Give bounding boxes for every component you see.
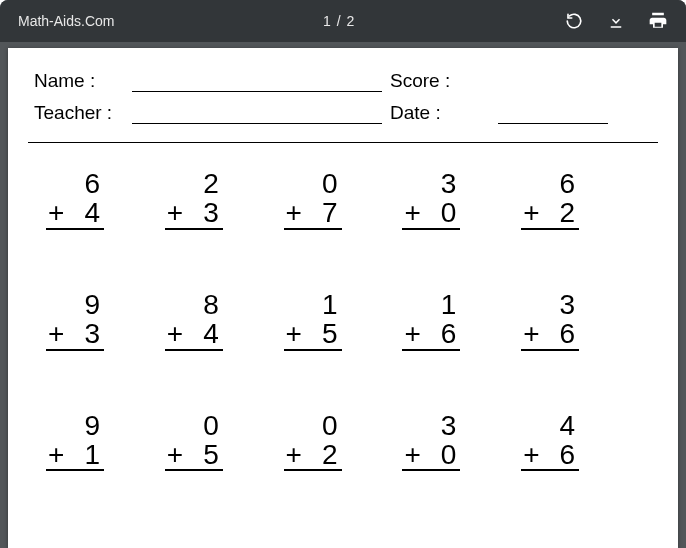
addition-problem: 9+3	[46, 290, 104, 351]
page-indicator: 1 / 2	[114, 13, 564, 29]
viewer-toolbar: Math-Aids.Com 1 / 2	[0, 0, 686, 42]
operator: +	[46, 319, 64, 348]
operator: +	[165, 440, 183, 469]
operator: +	[402, 198, 420, 227]
operator: +	[521, 440, 539, 469]
addend-top: 9	[46, 411, 104, 440]
addition-problem: 0+2	[284, 411, 342, 472]
addend-bottom-row: +4	[165, 319, 223, 350]
addition-problem: 8+4	[165, 290, 223, 351]
operator: +	[521, 198, 539, 227]
addend-bottom: 3	[64, 319, 104, 348]
date-label: Date :	[390, 102, 460, 124]
addition-problem: 3+0	[402, 411, 460, 472]
addend-bottom: 4	[183, 319, 223, 348]
date-field-line	[498, 104, 608, 124]
addend-top: 2	[165, 169, 223, 198]
addend-bottom-row: +6	[521, 440, 579, 471]
addend-bottom-row: +3	[165, 198, 223, 229]
addition-problem: 6+4	[46, 169, 104, 230]
problems-grid: 6+42+30+73+06+29+38+41+51+63+69+10+50+23…	[28, 151, 658, 471]
addend-bottom-row: +6	[521, 319, 579, 350]
teacher-field-line	[132, 104, 382, 124]
page-area: Name : Score : Teacher : Date : 6+42+30+…	[0, 42, 686, 548]
score-label: Score :	[390, 70, 460, 92]
addend-bottom-row: +6	[402, 319, 460, 350]
addend-top: 8	[165, 290, 223, 319]
addend-bottom-row: +2	[521, 198, 579, 229]
addend-top: 0	[284, 169, 342, 198]
addition-problem: 0+5	[165, 411, 223, 472]
addition-problem: 9+1	[46, 411, 104, 472]
addend-top: 0	[165, 411, 223, 440]
addition-problem: 0+7	[284, 169, 342, 230]
operator: +	[402, 440, 420, 469]
download-icon[interactable]	[606, 11, 626, 31]
addend-bottom: 0	[421, 198, 461, 227]
addend-bottom: 4	[64, 198, 104, 227]
addend-top: 6	[46, 169, 104, 198]
worksheet-page: Name : Score : Teacher : Date : 6+42+30+…	[8, 48, 678, 548]
addition-problem: 3+0	[402, 169, 460, 230]
addend-top: 1	[284, 290, 342, 319]
addend-bottom-row: +0	[402, 198, 460, 229]
operator: +	[284, 198, 302, 227]
name-label: Name :	[34, 70, 124, 92]
addend-bottom-row: +3	[46, 319, 104, 350]
addend-bottom-row: +5	[165, 440, 223, 471]
worksheet-header: Name : Score : Teacher : Date :	[28, 70, 658, 124]
addend-bottom-row: +4	[46, 198, 104, 229]
addend-top: 3	[521, 290, 579, 319]
addend-top: 6	[521, 169, 579, 198]
addend-top: 9	[46, 290, 104, 319]
teacher-label: Teacher :	[34, 102, 124, 124]
addend-bottom-row: +1	[46, 440, 104, 471]
addition-problem: 1+5	[284, 290, 342, 351]
addend-bottom-row: +5	[284, 319, 342, 350]
operator: +	[46, 198, 64, 227]
name-field-line	[132, 72, 382, 92]
rotate-icon[interactable]	[564, 11, 584, 31]
operator: +	[284, 440, 302, 469]
addend-bottom: 5	[183, 440, 223, 469]
header-divider	[28, 142, 658, 143]
addend-bottom: 3	[183, 198, 223, 227]
addend-bottom-row: +0	[402, 440, 460, 471]
addition-problem: 2+3	[165, 169, 223, 230]
addend-top: 1	[402, 290, 460, 319]
addition-problem: 1+6	[402, 290, 460, 351]
operator: +	[165, 198, 183, 227]
operator: +	[402, 319, 420, 348]
addend-bottom-row: +7	[284, 198, 342, 229]
addend-top: 3	[402, 411, 460, 440]
addend-bottom: 1	[64, 440, 104, 469]
addition-problem: 6+2	[521, 169, 579, 230]
addend-bottom: 2	[302, 440, 342, 469]
operator: +	[165, 319, 183, 348]
addend-bottom: 6	[540, 319, 580, 348]
pdf-viewer: Math-Aids.Com 1 / 2	[0, 0, 686, 548]
addend-bottom: 0	[421, 440, 461, 469]
addition-problem: 4+6	[521, 411, 579, 472]
addition-problem: 3+6	[521, 290, 579, 351]
operator: +	[284, 319, 302, 348]
operator: +	[521, 319, 539, 348]
addend-bottom: 6	[540, 440, 580, 469]
addend-bottom: 5	[302, 319, 342, 348]
addend-bottom: 6	[421, 319, 461, 348]
document-title: Math-Aids.Com	[18, 13, 114, 29]
addend-bottom: 2	[540, 198, 580, 227]
addend-top: 4	[521, 411, 579, 440]
operator: +	[46, 440, 64, 469]
addend-bottom: 7	[302, 198, 342, 227]
addend-top: 3	[402, 169, 460, 198]
print-icon[interactable]	[648, 11, 668, 31]
toolbar-actions	[564, 11, 668, 31]
addend-top: 0	[284, 411, 342, 440]
addend-bottom-row: +2	[284, 440, 342, 471]
